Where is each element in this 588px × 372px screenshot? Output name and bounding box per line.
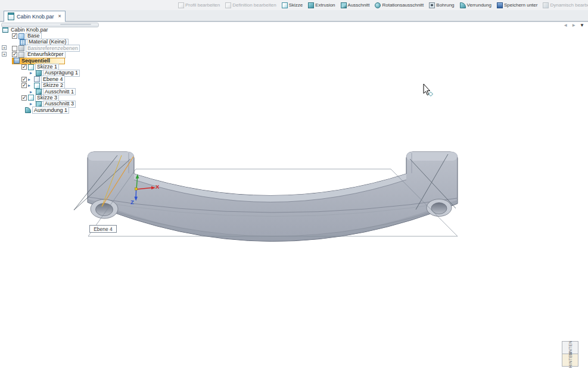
button-label: Extrusion (315, 2, 335, 8)
rotationsausschnitt-button[interactable]: Rotationsausschnitt (373, 2, 425, 9)
tree-item-ausrundung-1[interactable]: Ausrundung 1 (1, 107, 80, 113)
tab-cabin-knob[interactable]: Cabin Knob.par × (4, 11, 66, 22)
command-toolbar: Profil bearbeiten Definition bearbeiten … (176, 1, 588, 10)
skizze-button[interactable]: Skizze (280, 2, 305, 9)
base-icon (18, 33, 24, 39)
reference-planes-icon (18, 45, 24, 51)
tab-close-icon[interactable]: × (58, 14, 61, 19)
handle-model (88, 152, 458, 242)
feature-link-icon (30, 70, 35, 76)
axis-x-label: X (155, 183, 159, 190)
hole-icon (429, 2, 435, 8)
round-icon (25, 107, 31, 113)
feature-link-icon (30, 101, 35, 107)
sketch-icon (28, 64, 34, 70)
save-as-icon (497, 2, 503, 8)
side-tab-hinten[interactable]: HINTEN (562, 354, 578, 367)
plane-icon (34, 76, 40, 82)
button-label: Profil bearbeiten (185, 2, 220, 8)
extrusion-button[interactable]: Extrusion (306, 2, 337, 9)
verrundung-button[interactable]: Verrundung (458, 2, 493, 9)
extrude-icon (308, 2, 314, 8)
revolved-cutout-icon (375, 2, 381, 8)
dynamisch-bearbeiten-button[interactable]: Dynamisch bearbeiten (541, 2, 588, 9)
expand-icon[interactable] (2, 52, 7, 57)
button-label: Bohrung (436, 2, 454, 8)
refplanes-checkbox[interactable] (12, 46, 17, 51)
base-checkbox[interactable] (12, 33, 17, 39)
scroll-left-icon[interactable]: ◄ (563, 23, 568, 28)
definition-edit-icon (225, 2, 231, 8)
feature-link-icon (28, 83, 33, 88)
part-document-icon (2, 27, 8, 33)
design-body-icon (18, 52, 24, 58)
button-label: Speichern unter (504, 2, 537, 8)
skizze2-checkbox[interactable] (21, 83, 27, 88)
ebene4-checkbox[interactable] (21, 77, 27, 82)
sketch-icon (28, 95, 34, 101)
button-label: Skizze (289, 2, 303, 8)
dynamic-edit-icon (543, 2, 549, 8)
material-icon (20, 39, 26, 45)
plane-label: Ebene 4 (89, 225, 117, 233)
tab-scroll-nav: ◄ ► ▼ (563, 23, 584, 28)
tab-list-dropdown-icon[interactable]: ▼ (580, 23, 584, 28)
feature-link-icon (28, 77, 33, 82)
skizze1-checkbox[interactable] (21, 64, 27, 70)
round-icon (460, 2, 466, 8)
sequential-mode-icon (14, 58, 20, 64)
designbody-checkbox[interactable] (12, 52, 17, 57)
side-tab-label: HINTEN (568, 352, 573, 368)
button-label: Verrundung (467, 2, 491, 8)
feature-link-icon (30, 89, 35, 95)
profil-bearbeiten-button[interactable]: Profil bearbeiten (176, 2, 222, 9)
scroll-right-icon[interactable]: ► (571, 23, 576, 28)
tree-item-label: Ausrundung 1 (32, 107, 69, 114)
mouse-cursor (424, 84, 433, 96)
sketch-icon (34, 83, 40, 89)
ausschnitt-button[interactable]: Ausschnitt (339, 2, 372, 9)
button-label: Definition bearbeiten (232, 2, 276, 8)
profile-edit-icon (178, 2, 184, 8)
cutout-icon (341, 2, 347, 8)
axis-z-label: Z (130, 199, 134, 205)
docked-view-tabs: UNTEN HINTEN (562, 342, 578, 367)
expand-icon[interactable] (2, 45, 7, 50)
bohrung-button[interactable]: Bohrung (427, 2, 456, 9)
document-tab-bar: Cabin Knob.par × ◄ ► ▼ (0, 10, 588, 21)
3d-viewport[interactable] (0, 0, 588, 372)
pathfinder-tree: Cabin Knob.par Base Material (Keine) Bas… (1, 27, 80, 113)
sketch-icon (282, 2, 288, 8)
speichern-unter-button[interactable]: Speichern unter (495, 2, 539, 9)
button-label: Ausschnitt (348, 2, 370, 8)
button-label: Dynamisch bearbeiten (550, 2, 588, 8)
button-label: Rotationsausschnitt (382, 2, 424, 8)
tree-item-entwurfskoerper[interactable]: Entwurfskörper (1, 52, 80, 58)
pathfinder-grip[interactable] (1, 23, 99, 27)
skizze3-checkbox[interactable] (21, 95, 27, 101)
definition-bearbeiten-button[interactable]: Definition bearbeiten (223, 2, 278, 9)
part-document-icon (8, 12, 14, 20)
top-chrome: Profil bearbeiten Definition bearbeiten … (0, 0, 588, 22)
tab-title: Cabin Knob.par (17, 14, 54, 20)
